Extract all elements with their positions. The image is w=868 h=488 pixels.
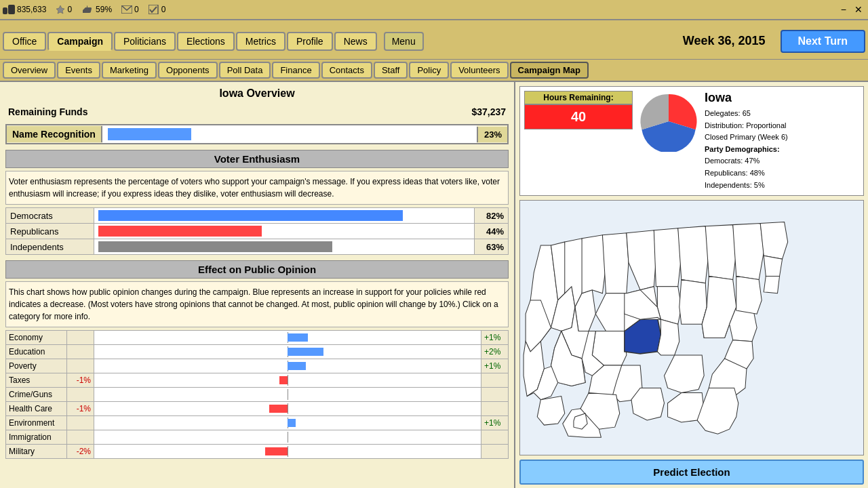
minimize-button[interactable]: − bbox=[838, 4, 849, 15]
state-ny-pa-n[interactable] bbox=[705, 225, 736, 280]
subtab-overview[interactable]: Overview bbox=[3, 62, 56, 79]
opinion-label: Taxes bbox=[6, 373, 67, 388]
independents-pct: Independents: 5% bbox=[705, 180, 859, 192]
enthusiasm-table: Democrats 82% Republicans 44% Independen… bbox=[5, 207, 509, 255]
opinion-label: Health Care bbox=[6, 402, 67, 416]
subtab-finance[interactable]: Finance bbox=[272, 62, 319, 79]
hours-remaining-value: 40 bbox=[524, 104, 633, 129]
subtab-opponents[interactable]: Opponents bbox=[158, 62, 218, 79]
star-icon bbox=[56, 5, 65, 14]
opinion-row[interactable]: Crime/Guns bbox=[6, 388, 509, 402]
state-nd[interactable] bbox=[602, 233, 628, 293]
state-ar-la[interactable] bbox=[631, 388, 665, 421]
opinion-row[interactable]: Health Care-1% bbox=[6, 402, 509, 416]
state-mn[interactable] bbox=[627, 230, 656, 290]
opinion-neg-pct bbox=[67, 388, 94, 402]
state-il-n[interactable] bbox=[657, 287, 681, 325]
tab-politicians[interactable]: Politicians bbox=[114, 32, 176, 51]
opinion-row[interactable]: Poverty+1% bbox=[6, 359, 509, 373]
main-content: Iowa Overview Remaining Funds $37,237 Na… bbox=[0, 82, 868, 488]
subtab-policy[interactable]: Policy bbox=[409, 62, 449, 79]
opinion-pos-pct bbox=[481, 373, 509, 388]
enthusiasm-row-dem: Democrats 82% bbox=[6, 208, 509, 224]
opinion-row[interactable]: Economy+1% bbox=[6, 331, 509, 345]
opinion-label: Economy bbox=[6, 331, 67, 345]
close-button[interactable]: ✕ bbox=[852, 4, 865, 15]
state-il-mo[interactable] bbox=[657, 319, 679, 355]
opinion-label: Environment bbox=[6, 416, 67, 430]
state-nh-vt[interactable] bbox=[764, 256, 782, 276]
state-nj-de[interactable] bbox=[736, 277, 762, 314]
opinion-row[interactable]: Taxes-1% bbox=[6, 373, 509, 388]
iowa-title: Iowa bbox=[705, 91, 859, 105]
opinion-neg-bar bbox=[265, 447, 288, 455]
opinion-label: Poverty bbox=[6, 359, 67, 373]
state-fl[interactable] bbox=[697, 388, 738, 434]
opinion-row[interactable]: Immigration bbox=[6, 430, 509, 445]
left-panel: Iowa Overview Remaining Funds $37,237 Na… bbox=[0, 82, 515, 488]
name-recognition-bar bbox=[108, 128, 191, 140]
tab-elections[interactable]: Elections bbox=[177, 32, 235, 51]
state-me[interactable] bbox=[760, 222, 787, 260]
opinion-pos-bar bbox=[288, 348, 323, 356]
subtab-events[interactable]: Events bbox=[57, 62, 100, 79]
effect-desc: This chart shows how public opinion chan… bbox=[5, 281, 509, 327]
opinion-bar-cell bbox=[94, 416, 481, 430]
opinion-pos-pct bbox=[481, 430, 509, 445]
state-ma-ct[interactable] bbox=[764, 277, 779, 293]
state-sd[interactable] bbox=[595, 293, 629, 331]
opinion-row[interactable]: Military-2% bbox=[6, 445, 509, 459]
state-ne-nj[interactable] bbox=[733, 224, 764, 280]
window-controls: − ✕ bbox=[838, 4, 865, 15]
opinion-bar-cell bbox=[94, 345, 481, 359]
dem-bar-cell bbox=[94, 208, 475, 224]
opinion-label: Education bbox=[6, 345, 67, 359]
subtab-contacts[interactable]: Contacts bbox=[321, 62, 372, 79]
voter-enthusiasm-desc: Voter enthusiasm represents the percenta… bbox=[5, 171, 509, 205]
state-ak[interactable] bbox=[537, 396, 564, 426]
subtab-volunteers[interactable]: Volunteers bbox=[450, 62, 508, 79]
opinion-label: Crime/Guns bbox=[6, 388, 67, 402]
opinion-neg-pct bbox=[67, 430, 94, 445]
opinion-row[interactable]: Environment+1% bbox=[6, 416, 509, 430]
week-display: Week 36, 2015 bbox=[683, 34, 766, 48]
state-ky-tn[interactable] bbox=[665, 355, 705, 393]
opinion-bar-cell bbox=[94, 388, 481, 402]
tab-profile[interactable]: Profile bbox=[287, 32, 333, 51]
opinion-neg-pct: -1% bbox=[67, 373, 94, 388]
enthusiasm-row-ind: Independents 63% bbox=[6, 239, 509, 255]
state-mich[interactable] bbox=[678, 226, 709, 283]
subtab-marketing[interactable]: Marketing bbox=[102, 62, 157, 79]
predict-election-button[interactable]: Predict Election bbox=[519, 460, 864, 485]
ind-label: Independents bbox=[6, 239, 94, 255]
state-nd-mt[interactable] bbox=[582, 235, 606, 293]
tab-news[interactable]: News bbox=[334, 32, 377, 51]
next-turn-button[interactable]: Next Turn bbox=[781, 30, 865, 53]
delegates-info: Delegates: 65 bbox=[705, 108, 859, 120]
effect-header: Effect on Public Opinion bbox=[5, 260, 509, 279]
approval-stat: 59% bbox=[81, 5, 112, 14]
tab-campaign[interactable]: Campaign bbox=[47, 32, 113, 51]
stars-stat: 0 bbox=[56, 5, 72, 14]
state-ohio-in[interactable] bbox=[679, 280, 707, 325]
menu-button[interactable]: Menu bbox=[384, 32, 424, 51]
tab-office[interactable]: Office bbox=[3, 32, 46, 51]
subtab-polldata[interactable]: Poll Data bbox=[219, 62, 271, 79]
mail-icon bbox=[121, 5, 132, 14]
name-recognition-row: Name Recognition 23% bbox=[5, 124, 509, 144]
state-wi[interactable] bbox=[654, 228, 681, 287]
opinion-row[interactable]: Education+2% bbox=[6, 345, 509, 359]
opinion-label: Immigration bbox=[6, 430, 67, 445]
dem-label: Democrats bbox=[6, 208, 94, 224]
party-demo-label: Party Demographics: bbox=[705, 145, 780, 153]
rep-pct: 44% bbox=[475, 224, 509, 239]
right-panel: Hours Remaining: 40 Iowa Delegat bbox=[515, 82, 868, 488]
thumbsup-icon bbox=[81, 5, 94, 14]
iowa-info-box: Hours Remaining: 40 Iowa Delegat bbox=[519, 86, 864, 196]
subtab-campaign-map[interactable]: Campaign Map bbox=[510, 62, 589, 79]
opinion-bar-cell bbox=[94, 331, 481, 345]
tab-metrics[interactable]: Metrics bbox=[236, 32, 285, 51]
ind-bar-cell bbox=[94, 239, 475, 255]
population-icon bbox=[3, 5, 15, 14]
subtab-staff[interactable]: Staff bbox=[374, 62, 408, 79]
